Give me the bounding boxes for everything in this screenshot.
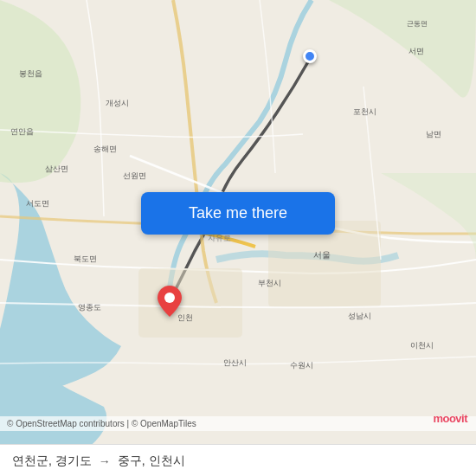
map-container: 봉천읍 연안읍 개성시 서면 송해면 선원면 삼산면 서도면 포천시 자유로 고…	[0, 0, 476, 476]
svg-text:북도면: 북도면	[74, 254, 97, 263]
svg-text:이천시: 이천시	[410, 341, 434, 350]
svg-text:봉천읍: 봉천읍	[19, 69, 42, 78]
map-svg: 봉천읍 연안읍 개성시 서면 송해면 선원면 삼산면 서도면 포천시 자유로 고…	[0, 0, 476, 476]
take-me-there-button[interactable]: Take me there	[141, 192, 335, 235]
svg-text:포천시: 포천시	[353, 107, 376, 116]
svg-text:송해면: 송해면	[93, 145, 117, 153]
svg-text:삼산면: 삼산면	[45, 164, 68, 173]
svg-text:자유로: 자유로	[208, 234, 231, 242]
copyright-bar: © OpenStreetMap contributors | © OpenMap…	[0, 416, 476, 431]
svg-text:서면: 서면	[408, 47, 424, 55]
svg-text:안산시: 안산시	[223, 358, 247, 367]
svg-text:서울: 서울	[313, 250, 331, 260]
svg-text:선원면: 선원면	[123, 171, 146, 180]
moovit-brand-text: moovit	[433, 412, 467, 425]
svg-text:연안읍: 연안읍	[10, 127, 34, 136]
route-from: 연천군, 경기도	[12, 453, 92, 469]
route-to: 중구, 인천시	[118, 453, 185, 469]
svg-text:개성시: 개성시	[106, 99, 129, 107]
svg-text:남면: 남면	[426, 130, 441, 138]
svg-text:부천시: 부천시	[258, 279, 281, 287]
svg-text:서도면: 서도면	[26, 199, 49, 208]
svg-text:수원시: 수원시	[290, 361, 313, 370]
svg-text:근동면: 근동면	[407, 20, 428, 28]
bottom-bar: 연천군, 경기도 → 중구, 인천시	[0, 444, 476, 476]
route-arrow: →	[99, 454, 111, 468]
svg-point-25	[164, 293, 175, 303]
copyright-text: © OpenStreetMap contributors | © OpenMap…	[7, 419, 196, 428]
svg-text:성남시: 성남시	[348, 312, 371, 320]
origin-marker	[303, 49, 317, 63]
destination-marker	[158, 286, 182, 320]
svg-rect-2	[138, 268, 242, 338]
moovit-logo: moovit	[433, 410, 467, 426]
svg-text:영종도: 영종도	[78, 303, 101, 312]
